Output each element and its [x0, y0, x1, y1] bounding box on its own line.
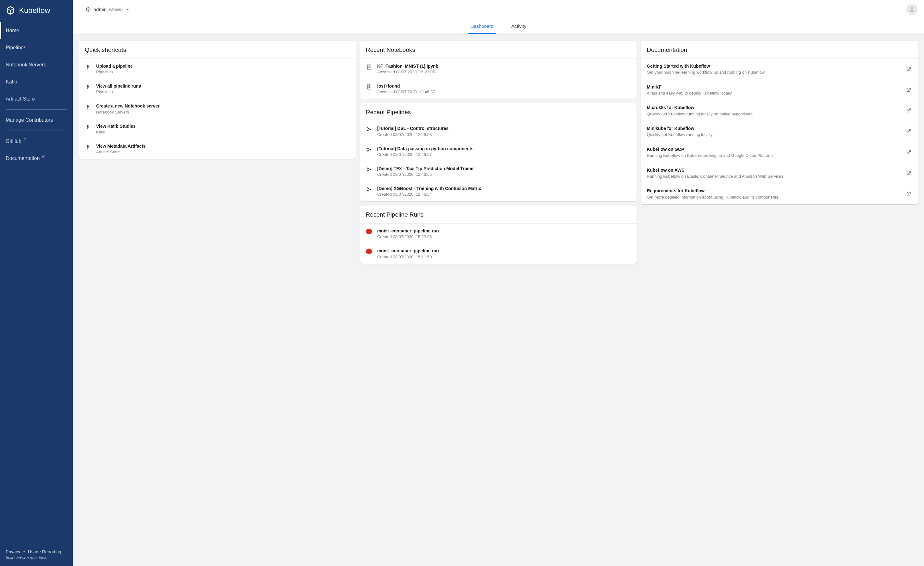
shortcut-view-katib-studies[interactable]: View Katib Studies Katib — [79, 119, 356, 139]
card-title: Recent Pipelines — [360, 103, 637, 121]
footer-usage-link[interactable]: Usage Reporting — [28, 549, 62, 554]
sidebar-item-notebook-servers[interactable]: Notebook Servers — [0, 56, 73, 74]
sidebar-item-label: Manage Contributors — [6, 117, 53, 123]
doc-link-aws[interactable]: Kubeflow on AWS Running Kubeflow on Elas… — [641, 163, 918, 184]
namespace-picker[interactable]: admin (Owner) — [86, 7, 130, 12]
item-title: Create a new Notebook server — [96, 103, 350, 109]
footer-privacy-link[interactable]: Privacy — [6, 549, 20, 554]
item-subtitle: Notebook Servers — [96, 110, 350, 114]
shortcut-upload-pipeline[interactable]: Upload a pipeline Pipelines — [79, 59, 356, 79]
pipeline-run-item[interactable]: mnist_container_pipeline run Created 08/… — [360, 243, 637, 263]
item-title: Microk8s for Kubeflow — [646, 105, 900, 110]
shortcut-view-metadata-artifacts[interactable]: View Metadata Artifacts Artifact Store — [79, 139, 356, 159]
doc-link-minikube[interactable]: Minikube for Kubeflow Quickly get Kubefl… — [641, 121, 918, 142]
brand[interactable]: Kubeflow — [0, 0, 73, 21]
pipeline-item[interactable]: [Demo] XGBoost - Training with Confusion… — [360, 181, 637, 201]
notebook-item[interactable]: lost+found Accessed 08/07/2020, 13:46:37 — [360, 79, 637, 99]
card-recent-notebooks: Recent Notebooks KF_Fashion_MNIST (1).ip… — [360, 41, 637, 99]
sidebar-item-label: Documentation — [6, 156, 40, 161]
tab-dashboard[interactable]: Dashboard — [468, 19, 496, 34]
bolt-icon — [85, 84, 91, 90]
notebook-item[interactable]: KF_Fashion_MNIST (1).ipynb Accessed 08/0… — [360, 59, 637, 79]
graph-icon — [366, 166, 372, 173]
item-title: MiniKF — [646, 84, 900, 90]
item-subtitle: Accessed 08/07/2020, 15:23:05 — [377, 69, 631, 74]
tab-activity[interactable]: Activity — [509, 19, 529, 34]
doc-link-getting-started[interactable]: Getting Started with Kubeflow Get your m… — [641, 59, 918, 80]
sidebar-item-github[interactable]: GitHub — [0, 133, 73, 150]
sidebar-item-pipelines[interactable]: Pipelines — [0, 39, 73, 56]
item-title: mnist_container_pipeline run — [377, 228, 631, 234]
item-subtitle: Get more detailed information about usin… — [646, 194, 900, 200]
pipeline-item[interactable]: [Demo] TFX - Taxi Tip Prediction Model T… — [360, 161, 637, 181]
sidebar-item-label: Katib — [6, 79, 17, 85]
item-title: [Tutorial] DSL - Control structures — [377, 126, 631, 131]
sidebar: Kubeflow Home Pipelines Notebook Servers… — [0, 0, 73, 566]
item-subtitle: Pipelines — [96, 69, 350, 74]
graph-icon — [366, 146, 372, 153]
graph-icon — [366, 126, 372, 132]
item-title: Getting Started with Kubeflow — [646, 63, 900, 69]
external-link-icon — [905, 66, 912, 73]
sidebar-divider — [6, 110, 67, 110]
pipeline-item[interactable]: [Tutorial] Data passing in python compon… — [360, 141, 637, 161]
error-status-icon — [366, 229, 372, 234]
item-title: [Demo] TFX - Taxi Tip Prediction Model T… — [377, 166, 631, 171]
card-title: Quick shortcuts — [79, 41, 356, 59]
external-link-icon — [905, 190, 912, 197]
shortcut-view-pipeline-runs[interactable]: View all pipeline runs Pipelines — [79, 79, 356, 99]
namespace-role: (Owner) — [109, 7, 123, 12]
bolt-icon — [85, 144, 91, 150]
doc-link-microk8s[interactable]: Microk8s for Kubeflow Quickly get Kubefl… — [641, 100, 918, 121]
pipeline-item[interactable]: [Tutorial] DSL - Control structures Crea… — [360, 121, 637, 141]
build-version: build version dev_local — [6, 555, 67, 560]
item-title: [Tutorial] Data passing in python compon… — [377, 146, 631, 152]
external-link-icon — [905, 87, 912, 94]
person-icon — [909, 6, 915, 13]
notebook-icon — [366, 64, 372, 70]
external-link-icon — [23, 138, 27, 141]
item-subtitle: Pipelines — [96, 90, 350, 94]
sidebar-item-label: Pipelines — [6, 45, 26, 51]
external-link-icon — [42, 155, 45, 158]
sidebar-item-katib[interactable]: Katib — [0, 74, 73, 90]
topbar: admin (Owner) — [73, 0, 924, 19]
doc-link-minikf[interactable]: MiniKF A fast and easy way to deploy Kub… — [641, 80, 918, 101]
item-subtitle: Created 08/07/2020, 12:46:58 — [377, 132, 631, 137]
doc-link-requirements[interactable]: Requirements for Kubeflow Get more detai… — [641, 183, 918, 204]
item-title: Kubeflow on GCP — [646, 146, 900, 152]
graph-icon — [366, 186, 372, 192]
shortcut-create-notebook-server[interactable]: Create a new Notebook server Notebook Se… — [79, 99, 356, 119]
item-title: Kubeflow on AWS — [646, 167, 900, 173]
tabs: Dashboard Activity — [73, 19, 924, 35]
item-title: lost+found — [377, 83, 631, 89]
pipeline-run-item[interactable]: mnist_container_pipeline run Created 08/… — [360, 224, 637, 243]
item-title: Requirements for Kubeflow — [646, 188, 900, 194]
item-title: View Metadata Artifacts — [96, 143, 350, 149]
avatar[interactable] — [906, 4, 918, 15]
item-subtitle: Created 08/07/2020, 15:22:08 — [377, 234, 631, 239]
brand-name: Kubeflow — [19, 6, 50, 15]
doc-link-gcp[interactable]: Kubeflow on GCP Running Kubeflow on Kube… — [641, 142, 918, 163]
sidebar-divider — [6, 131, 67, 131]
card-title: Recent Notebooks — [360, 41, 637, 59]
item-subtitle: Created 08/07/2020, 12:46:54 — [377, 192, 631, 197]
item-subtitle: Created 08/07/2020, 15:11:50 — [377, 255, 631, 259]
kubeflow-logo-icon — [6, 6, 15, 15]
sidebar-item-manage-contributors[interactable]: Manage Contributors — [0, 112, 73, 129]
sidebar-item-home[interactable]: Home — [0, 22, 73, 39]
card-recent-pipelines: Recent Pipelines [Tutorial] DSL - Contro… — [360, 103, 637, 201]
item-title: View all pipeline runs — [96, 83, 350, 89]
card-quick-shortcuts: Quick shortcuts Upload a pipeline Pipeli… — [79, 41, 356, 159]
item-title: Minikube for Kubeflow — [646, 126, 900, 131]
item-subtitle: Running Kubeflow on Elastic Container Se… — [646, 174, 900, 179]
bolt-icon — [85, 64, 91, 70]
error-status-icon — [366, 249, 372, 254]
item-subtitle: A fast and easy way to deploy Kubeflow l… — [646, 90, 900, 96]
bolt-icon — [85, 124, 91, 130]
bolt-icon — [85, 104, 91, 110]
sidebar-item-artifact-store[interactable]: Artifact Store — [0, 90, 73, 108]
sidebar-item-documentation[interactable]: Documentation — [0, 150, 73, 167]
external-link-icon — [905, 107, 912, 114]
card-title: Documentation — [641, 41, 918, 59]
